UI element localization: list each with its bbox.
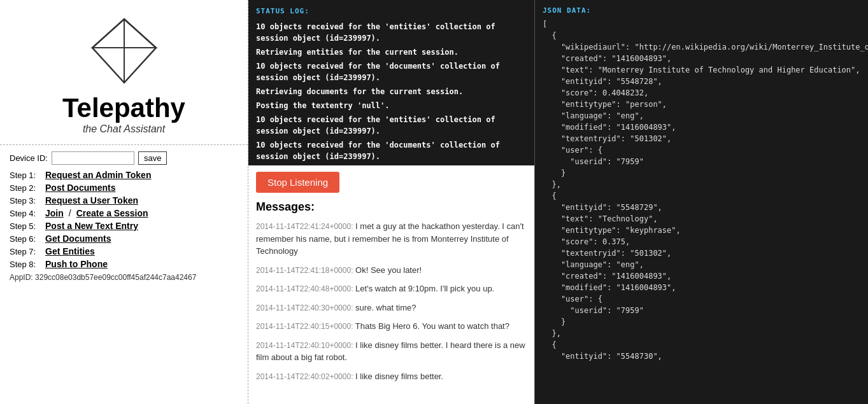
message-entry: 2014-11-14T22:40:10+0000: I like disney … xyxy=(256,339,527,364)
message-entry: 2014-11-14T22:40:15+0000: Thats Big Hero… xyxy=(256,320,527,333)
right-panel: JSON DATA: [ { "wikipediaurl": "http://e… xyxy=(535,0,868,404)
post-documents-link[interactable]: Post Documents xyxy=(45,183,115,193)
message-timestamp: 2014-11-14T22:40:30+0000: xyxy=(256,303,353,312)
app-logo xyxy=(86,13,162,89)
stop-listening-button[interactable]: Stop Listening xyxy=(256,172,339,193)
message-timestamp: 2014-11-14T22:40:15+0000: xyxy=(256,322,353,331)
step-row-2: Step 2: Post Documents xyxy=(10,183,238,193)
app-title: Telepathy xyxy=(62,93,185,123)
save-button[interactable]: save xyxy=(138,151,167,165)
messages-list: 2014-11-14T22:41:24+0000: I met a guy at… xyxy=(256,220,527,389)
left-panel: Telepathy the Chat Assistant Device ID: … xyxy=(0,0,248,404)
request-admin-token-link[interactable]: Request an Admin Token xyxy=(45,170,151,180)
step-8-label: Step 8: xyxy=(10,260,43,269)
appid-value: 329cc08e03db57ee09cc00ff45af244c7aa42467 xyxy=(35,273,196,282)
middle-panel: STATUS LOG: 10 objects received for the … xyxy=(248,0,535,404)
device-id-input[interactable] xyxy=(52,151,134,165)
step-row-6: Step 6: Get Documents xyxy=(10,233,238,244)
status-entry: 10 objects received for the 'documents' … xyxy=(256,139,527,162)
status-entry: 10 objects received for the 'entities' c… xyxy=(256,21,527,44)
get-entities-link[interactable]: Get Entities xyxy=(45,246,95,256)
message-timestamp: 2014-11-14T22:41:18+0000: xyxy=(256,266,353,275)
device-id-label: Device ID: xyxy=(10,153,48,163)
steps-area: Device ID: save Step 1: Request an Admin… xyxy=(0,145,248,404)
step-row-8: Step 8: Push to Phone xyxy=(10,259,238,269)
status-log-label: STATUS LOG: xyxy=(256,6,527,17)
message-entry: 2014-11-14T22:41:24+0000: I met a guy at… xyxy=(256,220,527,258)
messages-heading: Messages: xyxy=(256,200,527,214)
appid-row: AppID: 329cc08e03db57ee09cc00ff45af244c7… xyxy=(10,273,238,282)
step-row-5: Step 5: Post a New Text Entry xyxy=(10,221,238,231)
logo-area: Telepathy the Chat Assistant xyxy=(0,0,248,145)
create-session-link[interactable]: Create a Session xyxy=(76,208,148,218)
step-row-4: Step 4: Join / Create a Session xyxy=(10,208,238,218)
message-entry: 2014-11-14T22:41:18+0000: Ok! See you la… xyxy=(256,264,527,277)
step-4-label: Step 4: xyxy=(10,209,43,218)
status-log: STATUS LOG: 10 objects received for the … xyxy=(248,0,534,165)
post-text-entry-link[interactable]: Post a New Text Entry xyxy=(45,221,138,231)
request-user-token-link[interactable]: Request a User Token xyxy=(45,195,138,205)
message-timestamp: 2014-11-14T22:40:10+0000: xyxy=(256,341,353,350)
message-text: I like disney films better. xyxy=(355,372,443,381)
message-timestamp: 2014-11-14T22:40:02+0000: xyxy=(256,372,353,381)
message-text: Let's watch at 9:10pm. I'll pick you up. xyxy=(355,284,494,293)
message-timestamp: 2014-11-14T22:40:48+0000: xyxy=(256,284,353,293)
step-row-7: Step 7: Get Entities xyxy=(10,246,238,256)
status-entries: 10 objects received for the 'entities' c… xyxy=(256,21,527,162)
separator-4: / xyxy=(69,208,71,218)
step-3-label: Step 3: xyxy=(10,196,43,205)
json-content: [ { "wikipediaurl": "http://en.wikipedia… xyxy=(543,18,860,362)
message-text: Ok! See you later! xyxy=(355,265,422,275)
status-entry: Posting the textentry 'null'. xyxy=(256,100,527,111)
message-entry: 2014-11-14T22:40:48+0000: Let's watch at… xyxy=(256,282,527,295)
chat-area: Stop Listening Messages: 2014-11-14T22:4… xyxy=(248,165,534,404)
get-documents-link[interactable]: Get Documents xyxy=(45,233,111,244)
status-entry: Retrieving documents for the current ses… xyxy=(256,86,527,97)
message-entry: 2014-11-14T22:40:30+0000: sure. what tim… xyxy=(256,302,527,314)
message-timestamp: 2014-11-14T22:41:24+0000: xyxy=(256,222,353,231)
message-text: Thats Big Hero 6. You want to watch that… xyxy=(355,321,509,331)
push-to-phone-link[interactable]: Push to Phone xyxy=(45,259,108,269)
step-7-label: Step 7: xyxy=(10,247,43,256)
message-entry: 2014-11-14T22:40:02+0000: I like disney … xyxy=(256,370,527,383)
step-1-label: Step 1: xyxy=(10,171,43,180)
device-id-row: Device ID: save xyxy=(10,151,238,165)
step-5-label: Step 5: xyxy=(10,221,43,231)
status-entry: Retrieving entities for the current sess… xyxy=(256,46,527,58)
step-2-label: Step 2: xyxy=(10,183,43,193)
status-entry: 10 objects received for the 'documents' … xyxy=(256,60,527,83)
step-6-label: Step 6: xyxy=(10,234,43,244)
app-subtitle: the Chat Assistant xyxy=(83,123,165,135)
step-row-1: Step 1: Request an Admin Token xyxy=(10,170,238,180)
appid-label: AppID: xyxy=(10,273,33,282)
step-row-3: Step 3: Request a User Token xyxy=(10,195,238,205)
json-label: JSON DATA: xyxy=(543,6,860,15)
join-link[interactable]: Join xyxy=(45,208,64,218)
status-entry: 10 objects received for the 'entities' c… xyxy=(256,114,527,137)
message-text: sure. what time? xyxy=(355,303,416,312)
